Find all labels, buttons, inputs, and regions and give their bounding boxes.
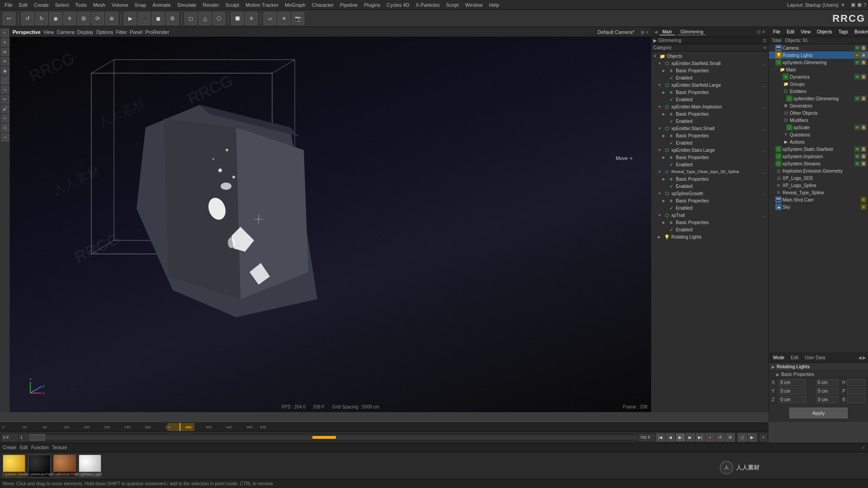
mat-cystatic[interactable]: cyStatic.Starfie: [3, 455, 25, 477]
render-active[interactable]: ◼: [152, 12, 165, 25]
redo-btn[interactable]: ↻: [35, 12, 48, 25]
menu-volume[interactable]: Volume: [109, 1, 131, 9]
sidebar-sculpt[interactable]: 🖌: [1, 105, 9, 113]
obj-reveal-type-spline[interactable]: ⊃ Reveal_Type_Spline: [769, 189, 868, 196]
b-input[interactable]: [847, 396, 865, 403]
render-frame-btn[interactable]: ◻: [738, 433, 747, 441]
axis-btn[interactable]: ✛: [245, 12, 258, 25]
tree-item-reveal-spline[interactable]: ▼ ⊃ Reveal_Type_Clean_topo_3D_Spline …: [651, 168, 768, 175]
mat-cyplane[interactable]: cyPlane.Light: [79, 455, 101, 477]
menu-edit[interactable]: Edit: [16, 1, 30, 9]
obj-actions[interactable]: ▶ Actions: [769, 138, 868, 145]
goto-end-btn[interactable]: ▶|: [696, 433, 705, 441]
obj-camera[interactable]: 📷 Camera 👁 🔒: [769, 44, 868, 52]
filter-menu[interactable]: Filter: [116, 29, 127, 35]
light-btn[interactable]: ☀: [278, 12, 290, 25]
sidebar-scale[interactable]: ⊞: [1, 48, 9, 56]
tree-item-basic-props-8[interactable]: ▶ ≡ Basic Properties: [651, 219, 768, 226]
obj-other-objects[interactable]: ◻ Other Objects: [769, 109, 868, 117]
obj-emitters[interactable]: ⬡ Emitters: [769, 88, 868, 95]
obj-modifiers[interactable]: ⬡ Modifiers: [769, 117, 868, 124]
coord-x-input[interactable]: [778, 379, 806, 386]
tree-item-xpemitter-main-implosion[interactable]: ▼ ⬡ xpEmitter.Main.Implosion …: [651, 103, 768, 110]
texture-mode[interactable]: ⬡: [212, 12, 225, 25]
undo-btn[interactable]: ↺: [21, 12, 34, 25]
menu-mesh[interactable]: Mesh: [90, 1, 108, 9]
menu-tools[interactable]: Tools: [72, 1, 90, 9]
scene-tab-main[interactable]: Main: [660, 29, 675, 35]
obj-tab-bookmarks[interactable]: Bookmarks: [852, 29, 868, 35]
sidebar-move[interactable]: ✛: [1, 38, 9, 47]
panel-menu[interactable]: Panel: [130, 29, 142, 35]
menu-pipeline[interactable]: Pipeline: [337, 1, 360, 9]
lp-tab-edit[interactable]: Edit: [788, 355, 801, 361]
obj-tab-edit[interactable]: Edit: [784, 29, 797, 35]
sidebar-measure[interactable]: ⊸: [1, 133, 9, 141]
obj-xpsystem-static-starfield[interactable]: ⬡ xpSystem.Static.Starfield 👁 🔒: [769, 145, 868, 153]
mat-panel-close[interactable]: ✕: [862, 446, 865, 450]
menu-render[interactable]: Render: [200, 1, 222, 9]
obj-dynamics[interactable]: ⚛ Dynamics 👁 🔒: [769, 73, 868, 80]
menu-snap[interactable]: Snap: [132, 1, 149, 9]
tree-item-enabled-4[interactable]: ✓ Enabled: [651, 139, 768, 146]
scale-tool[interactable]: ⊞: [77, 12, 90, 25]
tree-item-enabled-5[interactable]: ✓ Enabled: [651, 161, 768, 168]
menu-help[interactable]: Help: [486, 1, 502, 9]
coord-z-input[interactable]: [779, 396, 806, 403]
menu-script[interactable]: Script: [443, 1, 462, 9]
3d-viewport[interactable]: RRCG 人人素材 RRCG 人人素材 RRCG 人人素材 RRCG 人人素材: [10, 37, 651, 412]
menu-simulate[interactable]: Simulate: [175, 1, 199, 9]
sidebar-magnet[interactable]: ⊙: [1, 124, 9, 132]
tree-item-basic-props-2[interactable]: ▶ ≡ Basic Properties: [651, 89, 768, 96]
scene-tab-glimmering[interactable]: Glimmering: [678, 29, 706, 35]
tree-item-objects[interactable]: ▼ 📁 Objects: [651, 52, 768, 60]
obj-main-shot-cam[interactable]: 📷 Main.Shot.Cam 👁: [769, 196, 868, 203]
menu-animate[interactable]: Animate: [150, 1, 173, 9]
obj-groups[interactable]: 📁 Groups: [769, 80, 868, 88]
obj-main[interactable]: 📁 Main: [769, 66, 868, 73]
prev-frame-btn[interactable]: ◀: [666, 433, 675, 441]
goto-start-btn[interactable]: |◀: [656, 433, 665, 441]
obj-xp4emitter-glimmering[interactable]: ⬡ xp4emitter.Glimmering 👁 🔒: [769, 95, 868, 102]
lp-tab-mode[interactable]: Mode: [771, 355, 787, 361]
coord-y-input[interactable]: [779, 388, 806, 394]
new-btn[interactable]: ↩: [3, 12, 15, 25]
obj-generators[interactable]: ⚙ Generators: [769, 102, 868, 109]
tree-item-enabled-6[interactable]: ✓ Enabled: [651, 183, 768, 190]
obj-tab-file[interactable]: File: [771, 29, 783, 35]
frame-end-input[interactable]: [639, 434, 655, 441]
menu-create[interactable]: Create: [31, 1, 52, 9]
options-menu[interactable]: Options: [96, 29, 113, 35]
obj-sky[interactable]: ☁ Sky 👁: [769, 203, 868, 211]
live-selection[interactable]: ◉: [49, 12, 62, 25]
settings-btn-t[interactable]: ⚙: [726, 433, 735, 441]
tree-item-basic-props-4[interactable]: ▶ ≡ Basic Properties: [651, 132, 768, 139]
obj-xpsystem-streams[interactable]: ⬡ xpSystem.Streams 👁 🔒: [769, 160, 868, 167]
menu-character[interactable]: Character: [309, 1, 336, 9]
mat-texture-tab[interactable]: Texture: [52, 445, 67, 450]
obj-tab-tags[interactable]: Tags: [836, 29, 850, 35]
tree-item-basic-props-3[interactable]: ▶ ≡ Basic Properties: [651, 110, 768, 117]
obj-xpsystem-glimmering[interactable]: ⬡ xpSystem.Glimmering 👁 🔒: [769, 59, 868, 66]
render-region[interactable]: ⬛: [138, 12, 151, 25]
timeline-bar[interactable]: [47, 436, 637, 439]
frame-step-input[interactable]: [19, 434, 28, 441]
move-tool[interactable]: ✛: [63, 12, 76, 25]
apply-button[interactable]: Apply: [789, 408, 848, 418]
tree-item-basic-props-6[interactable]: ▶ ≡ Basic Properties: [651, 175, 768, 183]
render-btn[interactable]: ▶: [124, 12, 137, 25]
coord-y-input2[interactable]: [816, 388, 839, 394]
next-frame-btn[interactable]: ▶: [686, 433, 695, 441]
current-frame-input[interactable]: [29, 434, 45, 441]
menu-motiontracker[interactable]: Motion Tracker: [243, 1, 281, 9]
tree-item-basic-props-7[interactable]: ▶ ≡ Basic Properties: [651, 197, 768, 204]
mat-cybronze[interactable]: cyBronze.Trails: [53, 455, 76, 477]
loop-btn[interactable]: ↺: [716, 433, 725, 441]
nav-left[interactable]: ◀: [858, 355, 862, 360]
tree-item-xpemitter-stars-small[interactable]: ▼ ⬡ xpEmitter.Stars.Small …: [651, 125, 768, 132]
edit-mode[interactable]: △: [198, 12, 211, 25]
menu-xparticles[interactable]: X-Particles: [413, 1, 442, 9]
view-menu[interactable]: View: [43, 29, 54, 35]
tree-item-xpemitter-stars-large[interactable]: ▼ ⬡ xpEmitter.Stars.Large …: [651, 146, 768, 154]
record-btn[interactable]: ●: [706, 433, 715, 441]
